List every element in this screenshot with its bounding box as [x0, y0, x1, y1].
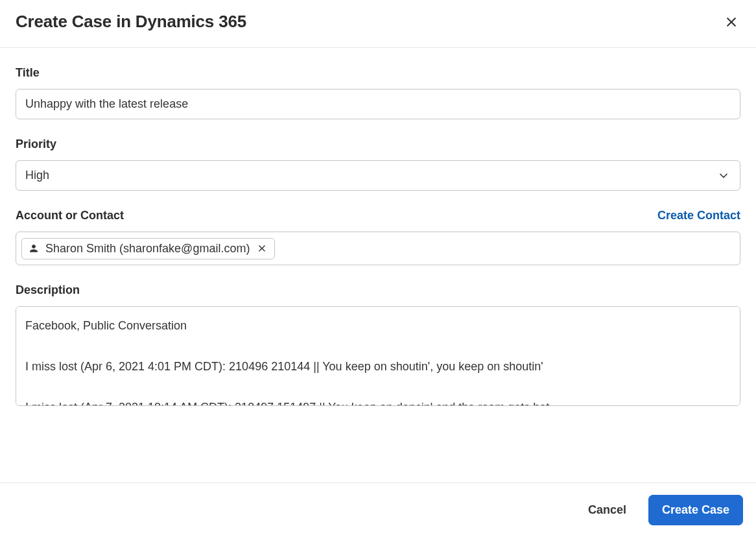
title-input[interactable]: [16, 89, 740, 119]
cancel-button[interactable]: Cancel: [575, 495, 639, 525]
remove-contact-button[interactable]: [256, 243, 268, 254]
account-field-group: Account or Contact Create Contact Sharon…: [16, 209, 740, 265]
priority-label: Priority: [16, 137, 740, 151]
dialog-header: Create Case in Dynamics 365: [0, 0, 756, 48]
title-label: Title: [16, 66, 740, 80]
title-field-group: Title: [16, 66, 740, 119]
person-icon: [29, 243, 39, 254]
priority-select[interactable]: High: [16, 160, 740, 191]
account-label: Account or Contact: [16, 209, 124, 222]
contact-tag-label: Sharon Smith (sharonfake@gmail.com): [45, 242, 250, 256]
contact-tag: Sharon Smith (sharonfake@gmail.com): [21, 238, 275, 259]
dialog-title: Create Case in Dynamics 365: [16, 12, 246, 32]
close-icon: [725, 16, 738, 29]
description-label: Description: [16, 283, 740, 297]
description-field-group: Description: [16, 283, 740, 406]
create-contact-link[interactable]: Create Contact: [657, 209, 740, 222]
close-button[interactable]: [722, 13, 740, 31]
priority-field-group: Priority High: [16, 137, 740, 191]
create-case-button[interactable]: Create Case: [648, 495, 743, 525]
close-icon: [257, 244, 266, 253]
dialog-footer: Cancel Create Case: [0, 483, 756, 537]
dialog-content: Title Priority High Account or Contact C…: [0, 48, 756, 406]
description-textarea[interactable]: [16, 307, 740, 405]
account-input[interactable]: Sharon Smith (sharonfake@gmail.com): [16, 232, 740, 265]
